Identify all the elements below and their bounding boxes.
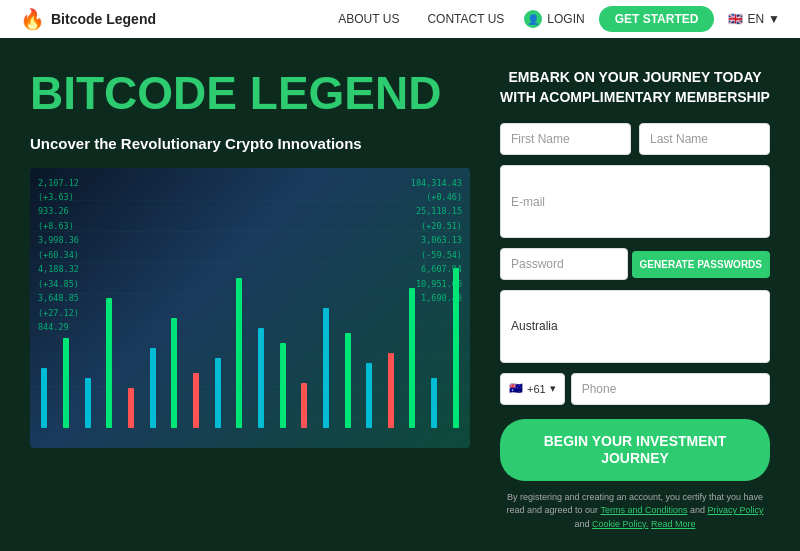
first-name-input[interactable] [500,123,631,155]
registration-form: EMBARK ON YOUR JOURNEY TODAY WITH ACOMPL… [500,68,770,531]
invest-button[interactable]: BEGIN YOUR INVESTMENT JOURNEY [500,419,770,481]
phone-code: +61 [527,383,546,395]
candle-9 [208,358,227,428]
logo-icon: 🔥 [20,7,45,31]
hero-image: 2,107.12 (+3.63) 933.26 (+8.63) 3,998.36… [30,168,470,448]
login-button[interactable]: 👤 LOGIN [524,10,584,28]
password-row: GENERATE PASSWORDS [500,248,770,280]
phone-prefix: 🇦🇺 +61 ▾ [500,373,565,405]
candle-11 [252,328,271,428]
hero-subtitle: Uncover the Revolutionary Crypto Innovat… [30,135,470,152]
candle-17 [382,353,401,428]
terms-text: By registering and creating an account, … [500,491,770,532]
candle-10 [230,278,249,428]
candle-5 [122,388,141,428]
password-input[interactable] [500,248,628,280]
language-label: EN [747,12,764,26]
candle-18 [403,288,422,428]
candle-13 [295,383,314,428]
main-content: BITCODE LEGEND Uncover the Revolutionary… [0,38,800,551]
logo-text: Bitcode Legend [51,11,156,27]
candle-14 [317,308,336,428]
nav-contact-us[interactable]: CONTACT US [427,12,504,26]
candle-16 [360,363,379,428]
privacy-link[interactable]: Privacy Policy [708,505,764,515]
candle-19 [425,378,444,428]
email-input[interactable] [500,165,770,238]
hero-section: BITCODE LEGEND Uncover the Revolutionary… [30,68,470,531]
navbar: 🔥 Bitcode Legend ABOUT US CONTACT US 👤 L… [0,0,800,38]
hero-title: BITCODE LEGEND [30,68,470,119]
login-label: LOGIN [547,12,584,26]
nav-about-us[interactable]: ABOUT US [338,12,399,26]
candle-20 [446,268,465,428]
phone-input[interactable] [571,373,770,405]
form-title: EMBARK ON YOUR JOURNEY TODAY WITH ACOMPL… [500,68,770,107]
candle-15 [338,333,357,428]
candle-3 [78,378,97,428]
candle-1 [35,368,54,428]
last-name-input[interactable] [639,123,770,155]
flag-icon: 🇬🇧 [728,12,743,26]
user-icon: 👤 [524,10,542,28]
candle-7 [165,318,184,428]
nav-links: ABOUT US CONTACT US [338,12,504,26]
chevron-down-icon: ▼ [768,12,780,26]
read-more-link[interactable]: Read More [651,519,696,529]
country-input[interactable] [500,290,770,363]
language-selector[interactable]: 🇬🇧 EN ▼ [728,12,780,26]
name-row [500,123,770,155]
candle-12 [273,343,292,428]
phone-prefix-chevron: ▾ [550,382,556,395]
australia-flag-icon: 🇦🇺 [509,382,523,395]
generate-password-button[interactable]: GENERATE PASSWORDS [632,251,770,278]
cookie-link[interactable]: Cookie Policy. [592,519,648,529]
candle-6 [143,348,162,428]
candle-4 [100,298,119,428]
candle-chart [30,228,470,428]
candle-2 [57,338,76,428]
phone-row: 🇦🇺 +61 ▾ [500,373,770,405]
get-started-button[interactable]: GET STARTED [599,6,715,32]
terms-link[interactable]: Terms and Conditions [600,505,687,515]
logo[interactable]: 🔥 Bitcode Legend [20,7,156,31]
candle-8 [187,373,206,428]
